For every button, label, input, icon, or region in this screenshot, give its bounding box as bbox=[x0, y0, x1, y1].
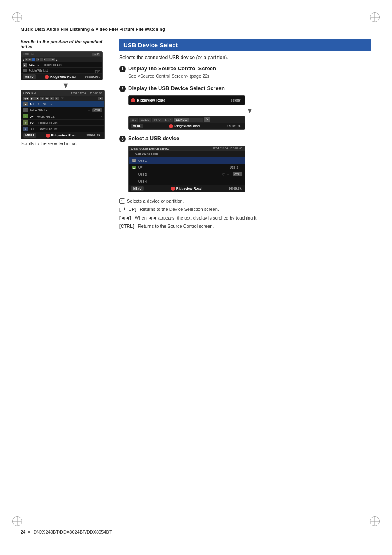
footer-model: DNX9240BT/DDX8024BT/DDX8054BT bbox=[33, 530, 112, 534]
device-list-screen: USB Mount Device Select 1234 / 1234 P 0:… bbox=[128, 146, 245, 192]
list-item: ≡ CLR Folder/File List ··· bbox=[21, 126, 104, 132]
step-1-num: 1 bbox=[119, 66, 126, 72]
step-1: 1 Display the Source Control Screen See … bbox=[119, 65, 371, 79]
list-item: ▶ ALL 2 File List ··· bbox=[21, 101, 104, 107]
step-3-title: Select a USB device bbox=[128, 135, 179, 142]
screen-bottom-bar: MENU Ridgeview Road 99999.99.. bbox=[21, 74, 102, 80]
dls-subheader: USB device name ··· bbox=[129, 151, 245, 157]
note-3-text: When ◄◄ appears, the text display is scr… bbox=[133, 215, 258, 221]
note-2: [ ⬆ UP] Returns to the Device Selection … bbox=[119, 206, 371, 213]
list-item: ▲ UP USB 2 ··· bbox=[129, 164, 245, 171]
reg-mark-bl bbox=[12, 516, 22, 526]
reg-mark-br bbox=[370, 516, 380, 526]
page-footer: 24 DNX9240BT/DDX8024BT/DDX8054BT bbox=[21, 530, 371, 534]
dls-bottom-bar: MENU Ridgeview Road 99999.99.. bbox=[129, 185, 245, 192]
page-header: Music Disc/ Audio File Listening & Video… bbox=[21, 25, 371, 32]
step-2-block: 2 Display the USB Device Select Screen R… bbox=[119, 85, 371, 130]
notes-section: 1 Selects a device or partition. [ ⬆ UP]… bbox=[119, 198, 371, 230]
dls-rows: 1 USB 1 ··· ▲ UP USB 2 bbox=[129, 157, 245, 185]
step2-inner: Ridgeview Road 99999... ☞ bbox=[129, 96, 245, 105]
reg-mark-tr bbox=[370, 12, 380, 22]
list-item: USB 3 ☞ ··· CTRL bbox=[129, 171, 245, 178]
step-1-subtitle: See <Source Control Screen> (page 22). bbox=[128, 73, 216, 79]
list-item: 1 USB 1 ··· bbox=[129, 157, 245, 164]
screen-label: USB List bbox=[23, 53, 34, 56]
step-3: 3 Select a USB device bbox=[119, 135, 371, 142]
step-2: 2 Display the USB Device Select Screen bbox=[119, 85, 371, 92]
step2-bottom-bar: MENU Ridgeview Road ☞ 99999.99.. bbox=[129, 123, 245, 129]
scroll-caption-below: Scrolls to the selected initial. bbox=[21, 141, 111, 146]
usb-device-select-header: USB Device Select bbox=[119, 39, 371, 51]
step-1-title: Display the Source Control Screen bbox=[128, 65, 216, 72]
scroll-list-rows: ▶ ALL 2 Folder/File List ··· Folder/File… bbox=[21, 62, 102, 74]
reg-mark-tl bbox=[12, 12, 22, 22]
note-2-text: Returns to the Device Selection screen. bbox=[140, 206, 219, 213]
usb-intro-text: Selects the connected USB device (or a p… bbox=[119, 54, 371, 61]
scroll-caption: Scrolls to the position of the specified… bbox=[21, 39, 111, 49]
left-column: Scrolls to the position of the specified… bbox=[21, 39, 111, 146]
usb-list-controls: ◀◀ ▶ ■ A B C D ☞ ✕ bbox=[21, 96, 104, 101]
step2-screen-before: Ridgeview Road 99999... ☞ bbox=[128, 95, 245, 105]
list-item: Folder/File List ··· CTRL bbox=[21, 107, 104, 113]
step-3-content: USB Mount Device Select 1234 / 1234 P 0:… bbox=[119, 146, 371, 192]
step-3-block: 3 Select a USB device USB Mount Device S… bbox=[119, 135, 371, 192]
page-number: 24 bbox=[21, 530, 30, 534]
note-4-bracket: [CTRL] bbox=[119, 223, 134, 229]
step2-screen-after: 2·2 SLIDE INFO LINK DEVICE — — ✕ MENU bbox=[128, 116, 245, 130]
note-1: 1 Selects a device or partition. bbox=[119, 198, 371, 204]
step-2-content: Ridgeview Road 99999... ☞ ▼ 2·2 SLIDE bbox=[119, 95, 371, 130]
list-item: USB 4 ··· bbox=[129, 178, 245, 185]
usb-list-header: USB List 1234 / 1234 P 0:00:06 bbox=[21, 90, 104, 96]
list-item: ▶ ALL 2 Folder/File List ··· bbox=[21, 62, 102, 68]
list-item: Folder/File List ··· bbox=[21, 68, 102, 74]
arrow-down-2: ▼ bbox=[128, 107, 371, 114]
note-1-num: 1 bbox=[119, 198, 125, 204]
alpha-row: ◀ A B C D E F G H ▶ ☞ bbox=[21, 57, 102, 62]
step-1-block: 1 Display the Source Control Screen See … bbox=[119, 65, 371, 79]
note-1-text: Selects a device or partition. bbox=[127, 198, 184, 204]
list-item: ⊤ TOP Folder/File List ··· bbox=[21, 120, 104, 126]
usb-list-bottom-bar: MENU Ridgeview Road 99999.99.. bbox=[21, 132, 104, 139]
step2-tabs: 2·2 SLIDE INFO LINK DEVICE — — ✕ bbox=[129, 116, 245, 123]
az-badge: A-Z bbox=[92, 53, 100, 56]
note-2-bracket: [ bbox=[119, 206, 121, 213]
usb-list-screen: USB List 1234 / 1234 P 0:00:06 ◀◀ ▶ ■ A … bbox=[21, 90, 105, 139]
note-3: [◄◄] When ◄◄ appears, the text display i… bbox=[119, 215, 371, 221]
usb-list-rows: ▶ ALL 2 File List ··· Folder/File List ·… bbox=[21, 101, 104, 132]
dls-header: USB Mount Device Select 1234 / 1234 P 0:… bbox=[129, 146, 245, 151]
step-3-num: 3 bbox=[119, 136, 126, 142]
note-4: [CTRL] Returns to the Source Control scr… bbox=[119, 223, 371, 229]
step-2-num: 2 bbox=[119, 86, 126, 92]
step-2-title: Display the USB Device Select Screen bbox=[128, 85, 225, 92]
note-3-bracket: [◄◄] bbox=[119, 215, 131, 221]
initial-scroll-screen: USB List A-Z ◀ A B C D E F G H ▶ ☞ bbox=[21, 51, 103, 80]
right-column: USB Device Select Selects the connected … bbox=[119, 39, 371, 232]
screen-top-bar: USB List A-Z bbox=[21, 52, 102, 57]
note-4-text: Returns to the Source Control screen. bbox=[136, 223, 214, 229]
list-item: ↑ UP Folder/File List ··· bbox=[21, 113, 104, 120]
arrow-down-1: ▼ bbox=[21, 82, 111, 89]
